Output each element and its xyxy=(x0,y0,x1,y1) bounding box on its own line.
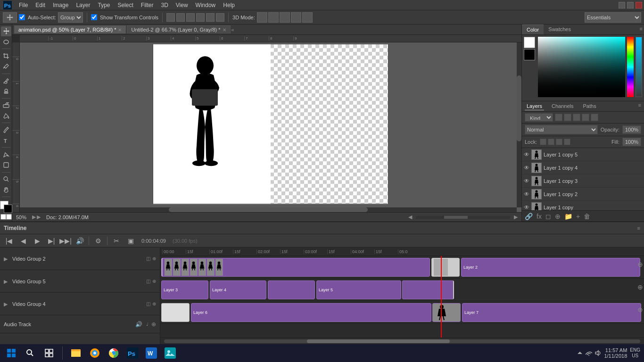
tl-clip-vg5-end[interactable] xyxy=(402,280,454,299)
menu-window[interactable]: Window xyxy=(192,1,220,9)
layer-item-copy5[interactable]: 👁 Layer 1 copy 5 xyxy=(522,148,644,161)
track-add-audio[interactable]: ⊕ xyxy=(151,321,156,328)
chevron-up-icon[interactable] xyxy=(577,350,583,356)
panel-toggle[interactable]: « xyxy=(231,27,238,33)
taskbar-chrome-btn[interactable] xyxy=(106,346,121,361)
blend-mode-select[interactable]: Normal xyxy=(525,125,598,134)
add-adjustment-icon[interactable]: ⊕ xyxy=(555,213,561,220)
doc-tab-2[interactable]: Untitled-2 @ 66.7% (Layer 0, Gray/8) * ✕ xyxy=(127,25,230,33)
layer-item-copy2[interactable]: 👁 Layer 1 copy 2 xyxy=(522,188,644,201)
align-top-icon[interactable] xyxy=(196,13,205,22)
taskbar-explorer-btn[interactable] xyxy=(68,346,83,361)
3d-scale-icon[interactable] xyxy=(302,12,313,23)
move-tool-icon[interactable] xyxy=(3,12,17,23)
link-layers-icon[interactable]: 🔗 xyxy=(525,213,533,220)
timeline-audio[interactable]: 🔊 xyxy=(74,236,85,246)
menu-image[interactable]: Image xyxy=(49,1,72,9)
tl-clip-vg2-layer2[interactable]: Layer 2 xyxy=(461,258,640,277)
layers-tab[interactable]: Layers xyxy=(525,102,544,110)
layers-panel-menu[interactable]: ≡ xyxy=(638,102,641,110)
taskbar-firefox-btn[interactable] xyxy=(87,346,102,361)
workspace-dropdown[interactable]: Essentials xyxy=(585,12,641,23)
timeline-prev-frame[interactable]: ◀ xyxy=(18,236,28,246)
menu-filter[interactable]: Filter xyxy=(137,1,157,9)
taskbar-photoshop-btn[interactable]: Ps xyxy=(125,346,140,361)
track-expand-vg2[interactable]: ▶ xyxy=(4,256,9,262)
align-right-icon[interactable] xyxy=(186,13,195,22)
maximize-button[interactable] xyxy=(627,2,634,8)
stamp-tool[interactable] xyxy=(1,86,11,96)
lasso-tool[interactable] xyxy=(1,37,11,47)
add-mask-icon[interactable]: ◻ xyxy=(545,213,551,220)
canvas-hscrollbar[interactable] xyxy=(20,207,517,212)
track-icon-vg2-1[interactable]: ◫ xyxy=(146,256,150,261)
screen-mode-icon[interactable] xyxy=(6,214,12,220)
layer-visibility-copy3[interactable]: 👁 xyxy=(524,178,529,184)
eraser-tool[interactable] xyxy=(1,100,11,110)
canvas-hscrollbar-thumb[interactable] xyxy=(169,207,368,212)
3d-roll-icon[interactable] xyxy=(268,12,279,23)
auto-select-checkbox[interactable] xyxy=(19,14,25,20)
background-color[interactable] xyxy=(4,205,12,213)
canvas-play-btn[interactable]: ▶ xyxy=(37,214,41,220)
alpha-slider[interactable] xyxy=(636,37,642,97)
path-selection-tool[interactable] xyxy=(1,149,11,159)
layer-item-copy[interactable]: 👁 Layer 1 copy xyxy=(522,201,644,210)
filter-smart-icon[interactable] xyxy=(591,114,598,121)
lock-image-icon[interactable] xyxy=(548,139,554,145)
fg-color-swatch[interactable] xyxy=(524,37,535,48)
track-vg4-add[interactable]: ⊕ xyxy=(637,306,643,313)
layer-visibility-copy2[interactable]: 👁 xyxy=(524,191,529,197)
timeline-enable-clip[interactable]: ▣ xyxy=(125,236,136,246)
lock-position-icon[interactable] xyxy=(556,139,562,145)
3d-rotate-icon[interactable] xyxy=(257,12,267,23)
timeline-scrollbar-track[interactable] xyxy=(164,339,640,343)
tl-clip-vg5-layer5[interactable]: Layer 5 xyxy=(316,280,401,299)
3d-pan-icon[interactable] xyxy=(280,12,290,23)
track-vg2-add[interactable]: ⊕ xyxy=(637,261,643,268)
timeline-menu[interactable]: ≡ xyxy=(637,225,640,231)
timeline-next-frame[interactable]: ▶| xyxy=(46,236,57,246)
taskbar-search-btn[interactable] xyxy=(23,346,38,361)
layer-visibility-copy4[interactable]: 👁 xyxy=(524,165,529,171)
opacity-input[interactable] xyxy=(622,125,641,134)
canvas-nav-buttons[interactable]: ▶ ▶ xyxy=(32,214,41,220)
track-icon-vg2-2[interactable]: ⊕ xyxy=(152,256,156,261)
filter-pixel-icon[interactable] xyxy=(555,114,562,121)
shape-tool[interactable] xyxy=(1,160,11,170)
crop-tool[interactable] xyxy=(1,51,11,61)
taskbar-photos-btn[interactable] xyxy=(163,346,178,361)
track-icon-vg5-2[interactable]: ⊕ xyxy=(152,279,156,284)
panel-menu-icon[interactable]: ≡ xyxy=(638,25,644,34)
add-fx-icon[interactable]: fx xyxy=(537,213,542,220)
color-tab[interactable]: Color xyxy=(522,25,544,34)
align-bottom-icon[interactable] xyxy=(216,13,224,22)
menu-edit[interactable]: Edit xyxy=(32,1,49,9)
filter-shape-icon[interactable] xyxy=(582,114,589,121)
paint-bucket-tool[interactable] xyxy=(1,111,11,121)
menu-help[interactable]: Help xyxy=(219,1,239,9)
layer-visibility-copy[interactable]: 👁 xyxy=(524,204,529,211)
color-spectrum[interactable] xyxy=(538,37,625,97)
align-center-icon[interactable] xyxy=(176,13,185,22)
layer-item-copy3[interactable]: 👁 Layer 1 copy 3 xyxy=(522,174,644,188)
auto-select-dropdown[interactable]: Group xyxy=(58,12,83,23)
layer-item-copy4[interactable]: 👁 Layer 1 copy 4 xyxy=(522,161,644,174)
lock-all-icon[interactable] xyxy=(564,139,570,145)
track-icon-vg4-1[interactable]: ◫ xyxy=(146,301,150,306)
filter-type-icon[interactable] xyxy=(573,114,580,121)
timeline-scrollbar-thumb[interactable] xyxy=(307,339,450,343)
close-button[interactable] xyxy=(636,2,642,8)
hue-slider[interactable] xyxy=(627,37,634,97)
track-expand-vg4[interactable]: ▶ xyxy=(4,301,9,307)
timeline-scroll-bar[interactable] xyxy=(160,337,644,344)
lock-transparent-icon[interactable] xyxy=(540,139,546,145)
canvas-scroll-thumb[interactable] xyxy=(444,216,468,219)
paths-tab[interactable]: Paths xyxy=(581,102,598,110)
taskbar-start-btn[interactable] xyxy=(4,346,19,361)
channels-tab[interactable]: Channels xyxy=(550,102,575,110)
align-left-icon[interactable] xyxy=(166,13,175,22)
hand-tool[interactable] xyxy=(1,185,11,195)
canvas-vscrollbar-thumb[interactable] xyxy=(517,75,521,141)
tl-clip-vg4-layer7[interactable]: Layer 7 xyxy=(462,303,641,322)
